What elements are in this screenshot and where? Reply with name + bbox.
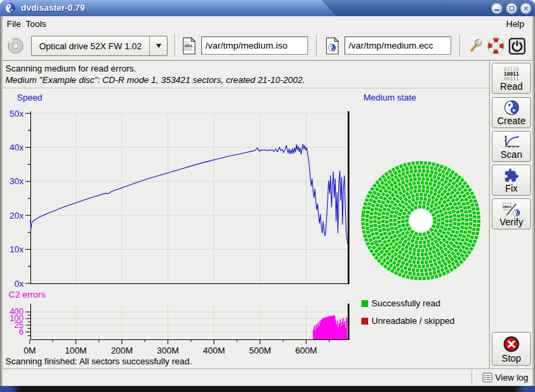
read-button[interactable]: 011101001100111 Read — [492, 63, 531, 94]
yin-yang-icon — [513, 209, 520, 217]
finished-message: Scanning finished: All sectors successfu… — [5, 356, 192, 366]
svg-text:0M: 0M — [24, 345, 36, 356]
legend-item-read: Successfully read — [361, 298, 440, 308]
maximize-button[interactable] — [506, 3, 517, 14]
window-frame-right — [532, 16, 535, 386]
toolbar-separator — [459, 34, 462, 57]
drive-selector-value: Optical drive 52X FW 1.02 — [32, 41, 149, 51]
quit-button[interactable] — [507, 36, 526, 55]
scan-chart-icon — [503, 134, 521, 149]
ecc-document-icon — [325, 37, 340, 55]
close-button[interactable]: ✕ — [520, 3, 532, 14]
svg-text:500M: 500M — [249, 345, 272, 356]
scan-status-line: Scanning medium for read errors. — [5, 63, 136, 74]
fix-button-label: Fix — [505, 183, 518, 194]
toolbar: Optical drive 52X FW 1.02 011 10011 0011… — [0, 31, 535, 61]
verify-button-label: Verify — [499, 217, 523, 227]
wrench-icon — [467, 37, 484, 55]
yin-yang-icon — [504, 100, 519, 115]
fix-button[interactable]: Fix — [492, 165, 531, 196]
maximize-icon — [509, 6, 514, 11]
statusbar: View log — [0, 368, 535, 386]
power-icon — [508, 37, 526, 55]
ecc-path-input[interactable] — [345, 36, 451, 55]
medium-info-line: Medium "Example disc": CD-R mode 1, 3534… — [5, 75, 305, 85]
binary-icon: 011101001100111 — [504, 67, 519, 81]
legend-label: Unreadable / skipped — [372, 316, 455, 326]
legend-label: Successfully read — [372, 298, 440, 308]
svg-text:600M: 600M — [295, 345, 317, 356]
cd-icon — [6, 36, 25, 55]
main-area: Scanning medium for read errors. Medium … — [0, 61, 535, 368]
minimize-icon — [494, 9, 499, 11]
legend-swatch-green — [361, 300, 368, 307]
svg-text:10x: 10x — [9, 244, 24, 254]
svg-text:300M: 300M — [157, 345, 179, 356]
menu-tools[interactable]: Tools — [23, 18, 49, 30]
drive-selector[interactable]: Optical drive 52X FW 1.02 — [31, 36, 168, 56]
medium-state-disc — [361, 161, 481, 281]
menubar: File Tools Help — [0, 16, 535, 31]
close-icon: ✕ — [523, 5, 528, 12]
log-list-icon — [482, 372, 492, 383]
legend-item-unreadable: Unreadable / skipped — [361, 316, 455, 326]
verify-icon: 011101001100111 — [503, 202, 520, 217]
svg-text:6: 6 — [19, 327, 24, 337]
lifesaver-icon — [487, 37, 505, 55]
app-window: dvdisaster-0.79 ✕ File Tools Help Optica… — [0, 0, 535, 392]
create-button-label: Create — [497, 115, 526, 126]
verify-button[interactable]: 011101001100111 Verify — [492, 198, 531, 229]
stop-button-label: Stop — [502, 353, 521, 364]
toolbar-separator — [316, 34, 319, 57]
svg-text:100M: 100M — [65, 345, 87, 356]
svg-text:0x: 0x — [14, 279, 24, 289]
chevron-down-icon — [156, 44, 161, 48]
legend-swatch-red — [361, 318, 368, 325]
stop-button[interactable]: Stop — [492, 332, 531, 366]
puzzle-icon — [504, 167, 519, 183]
svg-text:30x: 30x — [9, 176, 24, 186]
stop-icon — [503, 335, 520, 353]
window-frame-bottom[interactable] — [0, 386, 535, 392]
window-frame-left — [0, 16, 3, 386]
read-button-label: Read — [500, 81, 522, 92]
menu-file[interactable]: File — [4, 18, 24, 30]
drive-selector-arrow[interactable] — [149, 36, 167, 55]
statusbar-separator — [472, 371, 474, 384]
ecc-file-icon-button[interactable] — [323, 36, 342, 55]
svg-text:50x: 50x — [9, 109, 24, 119]
view-log-toggle[interactable]: View log — [481, 371, 530, 384]
view-log-label: View log — [495, 372, 528, 383]
window-title: dvdisaster-0.79 — [21, 3, 85, 13]
create-button[interactable]: Create — [492, 97, 531, 128]
minimize-button[interactable] — [491, 3, 503, 14]
toolbar-separator — [174, 34, 177, 57]
titlebar[interactable]: dvdisaster-0.79 ✕ — [0, 0, 535, 16]
iso-document-icon: 011 10011 00111 — [182, 37, 197, 55]
app-icon — [5, 3, 16, 13]
drive-icon-button[interactable] — [6, 36, 25, 55]
scan-button-label: Scan — [501, 149, 522, 160]
scan-button[interactable]: Scan — [492, 131, 531, 162]
iso-file-icon-button[interactable]: 011 10011 00111 — [180, 36, 199, 55]
iso-path-input[interactable] — [201, 36, 308, 55]
svg-text:20x: 20x — [9, 211, 24, 221]
svg-text:00111: 00111 — [184, 48, 192, 51]
menu-help[interactable]: Help — [503, 18, 527, 30]
preferences-button[interactable] — [466, 36, 485, 55]
svg-text:40x: 40x — [9, 142, 24, 152]
svg-text:200M: 200M — [111, 345, 133, 356]
separator — [0, 88, 489, 88]
svg-text:400M: 400M — [203, 345, 226, 356]
help-button[interactable] — [486, 36, 505, 55]
